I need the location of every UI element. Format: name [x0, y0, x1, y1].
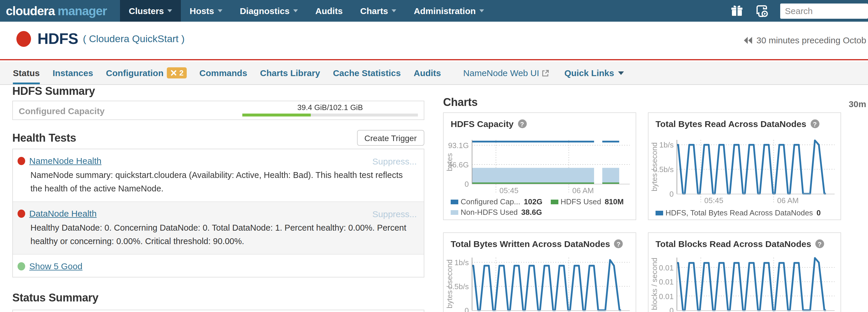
chart-plot [677, 140, 835, 206]
capacity-progress-bar [242, 114, 418, 117]
namenode-web-ui-link[interactable]: NameNode Web UI [463, 61, 549, 84]
chart-card-0: HDFS Capacity?bytes93.1G46.6G005:4506 AM… [443, 113, 636, 220]
navbar-item-label: Clusters [129, 6, 164, 16]
chart-card-3: Total Blocks Read Across DataNodes?block… [648, 232, 841, 312]
show-good-link[interactable]: Show 5 Good [29, 261, 83, 271]
health-test-row: DataNode HealthSuppress...Healthy DataNo… [13, 202, 424, 255]
legend-label: Non-HDFS Used [461, 208, 518, 217]
chart-card-2: Total Bytes Written Across DataNodes?byt… [443, 232, 636, 312]
chevron-down-icon [618, 71, 624, 75]
configuration-warning-badge[interactable]: 2 [167, 67, 186, 79]
service-header: HDFS ( Cloudera QuickStart ) 30 minutes … [0, 22, 868, 60]
health-test-link[interactable]: DataNode Health [29, 208, 97, 218]
navbar-item-label: Charts [360, 6, 388, 16]
chart-title-text: Total Blocks Read Across DataNodes [655, 239, 811, 249]
y-tick-label: 0.5b/s [444, 282, 469, 291]
logo-manager: manager [58, 4, 107, 18]
tab-cache-statistics[interactable]: Cache Statistics [333, 61, 401, 84]
navbar-item-label: Hosts [190, 6, 214, 16]
chart-title: Total Bytes Read Across DataNodes? [655, 119, 819, 129]
health-good-icon [18, 262, 25, 270]
navbar-right [730, 0, 868, 22]
gift-icon[interactable] [730, 4, 744, 18]
tab-configuration[interactable]: Configuration2 [106, 61, 186, 84]
health-tests-list: NameNode HealthSuppress...NameNode summa… [12, 149, 424, 277]
configured-capacity-label: Configured Capacity [19, 106, 104, 116]
charts-heading: Charts [443, 96, 477, 109]
quick-links-dropdown[interactable]: Quick Links [564, 61, 624, 84]
chevron-down-icon [217, 9, 222, 12]
page: cloudera manager ClustersHostsDiagnostic… [0, 0, 868, 312]
chart-legend: Configured Cap...102GHDFS Used810MNon-HD… [451, 197, 633, 217]
suppress-link[interactable]: Suppress... [372, 156, 417, 166]
chart-plot [472, 140, 630, 195]
time-range-display[interactable]: 30 minutes preceding Octob [744, 35, 866, 45]
chevron-down-icon [479, 9, 484, 12]
tab-instances[interactable]: Instances [53, 61, 93, 84]
legend-item: HDFS, Total Bytes Read Across DataNodes0 [655, 208, 820, 217]
logo-cloudera: cloudera [6, 4, 55, 18]
legend-swatch [451, 199, 458, 204]
navbar-item-audits[interactable]: Audits [307, 0, 351, 22]
health-test-link[interactable]: NameNode Health [29, 156, 101, 166]
time-selector-30m[interactable]: 30m [849, 99, 866, 109]
tab-audits[interactable]: Audits [413, 61, 441, 84]
legend-swatch [655, 211, 663, 215]
legend-value: 102G [524, 197, 542, 206]
navbar-item-hosts[interactable]: Hosts [181, 0, 231, 22]
help-icon[interactable]: ? [518, 119, 526, 128]
navbar-item-charts[interactable]: Charts [351, 0, 405, 22]
cloudera-manager-logo[interactable]: cloudera manager [0, 0, 120, 22]
health-test-description: Healthy DataNode: 0. Concerning DataNode… [30, 221, 410, 248]
help-icon[interactable]: ? [614, 240, 623, 248]
y-tick-label: 0 [444, 306, 469, 312]
chart-plot [677, 257, 835, 312]
create-trigger-button[interactable]: Create Trigger [357, 130, 424, 146]
legend-value: 38.6G [521, 208, 542, 217]
y-tick-label: 0.5b/s [649, 165, 674, 174]
navbar-menu: ClustersHostsDiagnosticsAuditsChartsAdmi… [120, 0, 493, 22]
legend-item: Non-HDFS Used38.6G [451, 208, 542, 217]
tabs: StatusInstancesConfiguration2CommandsCha… [13, 61, 454, 84]
status-summary-table: Balancer1 NoneDataNode1 Bad Health [12, 310, 424, 312]
y-tick-label: 0 [444, 180, 469, 188]
tab-status[interactable]: Status [13, 61, 40, 84]
show-good-row: Show 5 Good [13, 255, 424, 277]
navbar-item-administration[interactable]: Administration [405, 0, 493, 22]
chevron-down-icon [167, 9, 172, 12]
left-column: HDFS Summary Configured Capacity 39.4 Gi… [12, 85, 424, 312]
navbar-item-clusters[interactable]: Clusters [120, 0, 181, 22]
y-tick-label: 46.6G [444, 160, 469, 169]
chart-title: HDFS Capacity? [451, 119, 526, 129]
y-tick-label: 1b/s [444, 258, 469, 267]
wrench-icon [170, 69, 178, 77]
capacity-value: 39.4 GiB/102.1 GiB [242, 103, 418, 112]
hdfs-summary-heading: HDFS Summary [12, 85, 424, 98]
cluster-name-link[interactable]: ( Cloudera QuickStart ) [83, 33, 185, 45]
tab-label: Audits [413, 68, 441, 78]
health-tests-heading: Health Tests [12, 131, 76, 144]
chart-legend: HDFS, Total Bytes Read Across DataNodes0 [655, 208, 838, 217]
help-icon[interactable]: ? [810, 119, 819, 128]
suppress-link[interactable]: Suppress... [372, 209, 417, 219]
tab-charts-library[interactable]: Charts Library [260, 61, 320, 84]
tab-commands[interactable]: Commands [199, 61, 247, 84]
health-test-description: NameNode summary: quickstart.cloudera (A… [30, 168, 410, 195]
chart-cards: HDFS Capacity?bytes93.1G46.6G005:4506 AM… [443, 113, 868, 312]
search-input[interactable] [780, 3, 868, 19]
navbar-item-label: Audits [315, 6, 343, 16]
y-tick-label: 93.1G [444, 141, 469, 150]
rewind-icon[interactable] [744, 36, 753, 44]
time-range-text: 30 minutes preceding Octob [756, 35, 866, 45]
running-commands-icon[interactable] [755, 4, 769, 18]
legend-swatch [551, 199, 558, 204]
legend-label: Configured Cap... [461, 197, 520, 206]
help-icon[interactable]: ? [815, 240, 824, 248]
status-summary-row: Balancer1 None [13, 310, 424, 312]
charts-column: Charts 30m HDFS Capacity?bytes93.1G46.6G… [443, 85, 868, 312]
chevron-down-icon [392, 9, 396, 12]
chart-title: Total Bytes Written Across DataNodes? [451, 239, 623, 249]
y-tick-label: 0.01 [649, 278, 674, 286]
top-navbar: cloudera manager ClustersHostsDiagnostic… [0, 0, 868, 22]
navbar-item-diagnostics[interactable]: Diagnostics [231, 0, 306, 22]
